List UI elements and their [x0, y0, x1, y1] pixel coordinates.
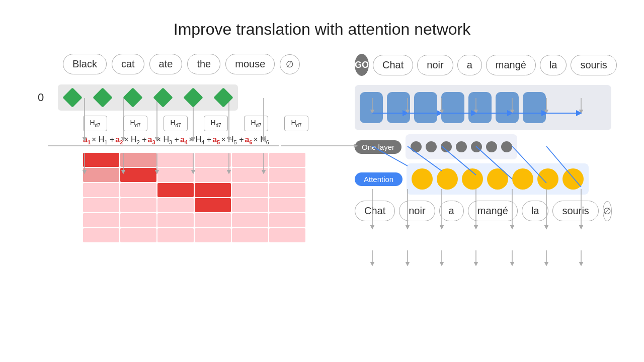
h-box-5: Hd7	[244, 116, 268, 131]
encoder-section: Black cat ate the mouse ∅ 0 Hd7 Hd7 Hd7	[33, 54, 325, 242]
diamond-1	[62, 87, 83, 108]
heatmap-cell-5-2	[157, 228, 194, 242]
heatmap-cell-2-2	[157, 183, 194, 197]
diamond-3	[123, 87, 143, 108]
heatmap-cell-5-1	[120, 228, 156, 242]
hidden-states-row: Hd7 Hd7 Hd7 Hd7 Hd7 Hd7	[83, 116, 325, 131]
attention-wrapper: Attention	[355, 163, 611, 195]
encoder-row: 0	[38, 84, 325, 111]
decoder-section: GO Chat noir a mangé la souris One layer	[350, 54, 611, 221]
yellow-circle-1	[412, 168, 433, 190]
grey-circle-4	[456, 141, 467, 152]
output-tokens-top: GO Chat noir a mangé la souris	[355, 54, 611, 76]
decoder-rect-5	[468, 92, 492, 123]
a6: a6	[245, 135, 252, 145]
decoder-rect-6	[496, 92, 519, 123]
heatmap-cell-1-1	[120, 168, 156, 182]
a4: a4	[180, 135, 188, 145]
yellow-circle-3	[462, 168, 483, 190]
heatmap-cell-1-5	[269, 168, 305, 182]
token-a-top: a	[457, 55, 482, 75]
token-cat: cat	[112, 54, 144, 74]
h-box-6: Hd7	[284, 116, 308, 131]
heatmap-cell-4-5	[269, 213, 305, 227]
encoder-background	[58, 84, 238, 111]
decoder-rect-3	[414, 92, 437, 123]
token-null-left: ∅	[280, 54, 300, 74]
token-souris-bot: souris	[552, 201, 598, 221]
h-box-4: Hd7	[204, 116, 228, 131]
token-chat-top: Chat	[373, 55, 413, 75]
token-noir-top: noir	[417, 55, 453, 75]
input-tokens-row: Black cat ate the mouse ∅	[63, 54, 325, 74]
heatmap-cell-4-2	[157, 213, 194, 227]
token-chat-bot: Chat	[355, 201, 395, 221]
heatmap-cell-3-1	[120, 198, 156, 212]
yellow-circle-6	[537, 168, 558, 190]
yellow-circle-5	[512, 168, 533, 190]
token-a-bot: a	[439, 201, 464, 221]
heatmap-cell-0-0	[83, 153, 119, 167]
decoder-rect-1	[360, 92, 383, 123]
h-box-1: Hd7	[83, 116, 107, 131]
token-noir-bot: noir	[399, 201, 435, 221]
output-tokens-bottom: Chat noir a mangé la souris ∅	[355, 201, 611, 221]
heatmap-cell-5-0	[83, 228, 119, 242]
attention-section	[407, 163, 589, 195]
attention-formula: a1 × H1 + a2 × H2 + a3 × H3 + a4 × H4 + …	[83, 135, 325, 145]
heatmap-cell-3-5	[269, 198, 305, 212]
heatmap-cell-2-1	[120, 183, 156, 197]
diamond-6	[213, 87, 233, 108]
diamond-2	[93, 87, 113, 108]
yellow-circle-2	[437, 168, 458, 190]
attention-label: Attention	[355, 172, 403, 186]
heatmap-cell-3-2	[157, 198, 194, 212]
token-mouse: mouse	[225, 54, 275, 74]
grey-circle-2	[426, 141, 437, 152]
heatmap-cell-5-5	[269, 228, 305, 242]
grey-circle-3	[441, 141, 452, 152]
a3: a3	[148, 135, 155, 145]
diamond-4	[153, 87, 173, 108]
heatmap-cell-1-2	[157, 168, 194, 182]
heatmap-cell-2-4	[232, 183, 268, 197]
heatmap-cell-2-5	[269, 183, 305, 197]
h-box-3: Hd7	[164, 116, 188, 131]
heatmap-cell-0-4	[232, 153, 268, 167]
heatmap-cell-1-4	[232, 168, 268, 182]
decoder-layer	[355, 85, 611, 130]
a5: a5	[212, 135, 220, 145]
heatmap-cell-1-0	[83, 168, 119, 182]
yellow-circle-4	[487, 168, 508, 190]
heatmap-cell-4-3	[195, 213, 231, 227]
h-box-2: Hd7	[123, 116, 147, 131]
page-title: Improve translation with attention netwo…	[0, 0, 644, 49]
token-null-right: ∅	[603, 201, 612, 221]
heatmap-cell-2-3	[195, 183, 231, 197]
heatmap-cell-4-4	[232, 213, 268, 227]
heatmap-cell-0-5	[269, 153, 305, 167]
a2: a2	[115, 135, 123, 145]
heatmap-cell-4-1	[120, 213, 156, 227]
token-the: the	[187, 54, 220, 74]
zero-label: 0	[38, 91, 53, 104]
one-layer-label: One layer	[355, 140, 401, 154]
a1: a1	[83, 135, 91, 145]
token-mange-bot: mangé	[468, 201, 518, 221]
heatmap-cell-5-3	[195, 228, 231, 242]
token-mange-top: mangé	[486, 55, 536, 75]
decoder-rect-7	[523, 92, 546, 123]
token-la-bot: la	[522, 201, 549, 221]
token-go: GO	[355, 54, 369, 76]
one-layer-wrapper: One layer	[355, 134, 611, 159]
token-black: Black	[63, 54, 107, 74]
token-ate: ate	[149, 54, 183, 74]
heatmap-cell-5-4	[232, 228, 268, 242]
yellow-circle-7	[562, 168, 584, 190]
heatmap-cell-2-0	[83, 183, 119, 197]
decoder-rect-4	[441, 92, 464, 123]
diamond-5	[183, 87, 203, 108]
grey-circle-5	[471, 141, 482, 152]
heatmap-cell-3-3	[195, 198, 231, 212]
main-container: Black cat ate the mouse ∅ 0 Hd7 Hd7 Hd7	[0, 54, 644, 242]
